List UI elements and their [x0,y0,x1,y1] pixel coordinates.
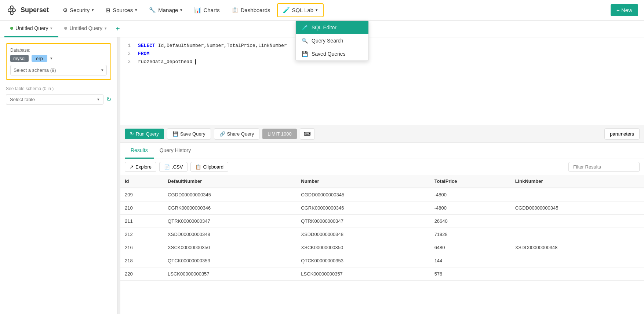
run-query-button[interactable]: ↻ Run Query [125,129,164,139]
table-cell: XSDD00000000348 [163,228,296,241]
table-cell: QTCK00000000353 [296,254,430,267]
query-history-tab-label: Query History [160,147,191,153]
table-cell: CGRK00000000346 [163,202,296,215]
table-cell: XSDD00000000348 [296,228,430,241]
saved-queries-icon: 💾 [302,51,308,57]
nav-manage[interactable]: 🔧 Manage ▾ [144,4,188,16]
text-cursor [195,59,196,64]
schema-select[interactable]: Select a schema (9) ▾ [10,65,107,75]
dropdown-query-search[interactable]: 🔍 Query Search [296,34,368,47]
table-cell: 212 [120,228,163,241]
parameters-button[interactable]: parameters [604,128,640,140]
tab-1[interactable]: Untitled Query ▾ [4,21,58,37]
table-schema-count: (0 in ) [43,86,54,91]
select-table-arrow-icon: ▾ [97,97,99,102]
select-table-placeholder: Select table [10,97,35,102]
table-cell: CGDD00000000345 [163,188,296,202]
line-num-3: 3 [125,58,131,66]
limit-button[interactable]: LIMIT 1000 [262,129,297,139]
table-cell: -4800 [430,202,511,215]
main-layout: Database: mysql erp ▾ Select a schema (9… [0,37,644,314]
nav-sqllab[interactable]: 🧪 SQL Lab ▾ [277,3,324,17]
svg-point-1 [12,9,15,12]
results-table: Id DefaultNumber Number TotalPrice LinkN… [120,175,644,281]
save-icon: 💾 [172,131,178,137]
table-row: 220LSCK00000000357LSCK00000000357576 [120,267,644,281]
nav-dashboards[interactable]: 📋 Dashboards [226,4,276,16]
nav-manage-label: Manage [158,7,178,13]
sql-editor-icon: 🧪 [302,25,308,30]
security-icon: ⚙ [63,7,68,14]
db-select-row: mysql erp ▾ [10,55,107,62]
line-numbers: 1 2 3 [120,40,135,67]
col-id: Id [120,175,163,188]
right-panel: 1 2 3 SELECT Id,DefaultNumber,Number,Tot… [120,37,644,314]
nav-security-label: Security [70,7,90,13]
csv-button[interactable]: 📄 .CSV [159,162,188,172]
table-row: 210CGRK00000000346CGRK00000000346-4800CG… [120,202,644,215]
results-tab-label: Results [131,147,148,153]
code-select-fields: Id,DefaultNumber,Number,TotalPrice,LinkN… [158,43,287,48]
sources-icon: ⊞ [106,7,110,14]
table-cell: CGRK00000000346 [296,202,430,215]
table-row: 218QTCK00000000353QTCK00000000353144 [120,254,644,267]
col-linknumber: LinkNumber [511,175,644,188]
result-actions: ↗ Explore 📄 .CSV 📋 Clipboard [120,159,644,175]
tab-2[interactable]: Untitled Query ▾ [58,21,112,37]
nav-dashboards-label: Dashboards [241,7,270,13]
brand-name: Superset [21,6,49,14]
line-num-2: 2 [125,50,131,58]
csv-label: .CSV [172,164,183,170]
resize-handle[interactable] [117,37,120,314]
results-area: Results Query History ↗ Explore 📄 .CSV 📋 [120,143,644,314]
filter-results-input[interactable] [568,162,640,172]
db-name-highlighted: erp [34,55,44,62]
save-query-button[interactable]: 💾 Save Query [167,128,211,140]
table-cell: 26640 [430,215,511,228]
manage-icon: 🔧 [149,7,156,14]
refresh-table-icon[interactable]: ↻ [106,96,111,103]
select-table-input[interactable]: Select table ▾ [6,94,103,105]
nav-sources[interactable]: ⊞ Sources ▾ [101,4,142,16]
add-tab-button[interactable]: + [113,25,123,33]
code-area[interactable]: SELECT Id,DefaultNumber,Number,TotalPric… [135,40,644,67]
charts-icon: 📊 [194,7,201,14]
svg-point-0 [8,9,11,12]
editor-content: 1 2 3 SELECT Id,DefaultNumber,Number,Tot… [120,37,644,70]
share-icon: 🔗 [219,131,225,137]
table-cell: 209 [120,188,163,202]
db-chevron-icon: ▾ [50,56,52,61]
keyboard-shortcuts-button[interactable]: ⌨ [300,128,315,140]
results-tabs: Results Query History [120,143,644,159]
query-history-tab[interactable]: Query History [154,143,197,159]
clipboard-button[interactable]: 📋 Clipboard [190,162,228,172]
share-query-button[interactable]: 🔗 Share Query [214,128,260,140]
table-cell: QTCK00000000353 [163,254,296,267]
tab1-dot [10,27,13,30]
line-num-1: 1 [125,42,131,50]
explore-button[interactable]: ↗ Explore [125,162,156,172]
sqllab-chevron-icon: ▾ [316,8,318,12]
nav-charts[interactable]: 📊 Charts [189,4,225,16]
table-cell: XSCK00000000350 [296,241,430,254]
editor-area[interactable]: 1 2 3 SELECT Id,DefaultNumber,Number,Tot… [120,37,644,125]
new-button[interactable]: + New [611,4,638,16]
dropdown-saved-queries[interactable]: 💾 Saved Queries [296,47,368,60]
db-name: erp [32,55,47,62]
brand-logo[interactable]: Superset [6,4,49,16]
select-table-row: Select table ▾ ↻ [6,94,111,105]
nav-sources-label: Sources [113,7,133,13]
table-cell: CGDD00000000345 [296,188,430,202]
dropdown-sql-editor[interactable]: 🧪 SQL Editor [296,21,368,34]
dashboards-icon: 📋 [232,7,239,14]
sources-chevron-icon: ▾ [135,8,137,12]
nav-security[interactable]: ⚙ Security ▾ [58,4,99,16]
table-cell [511,267,644,281]
table-row: 212XSDD00000000348XSDD0000000034871928 [120,228,644,241]
results-tab[interactable]: Results [125,143,154,159]
kw-from: FROM [138,51,149,56]
svg-point-3 [10,12,13,15]
sql-editor-label: SQL Editor [312,25,336,30]
nav-sqllab-label: SQL Lab [292,7,314,13]
table-cell [511,215,644,228]
